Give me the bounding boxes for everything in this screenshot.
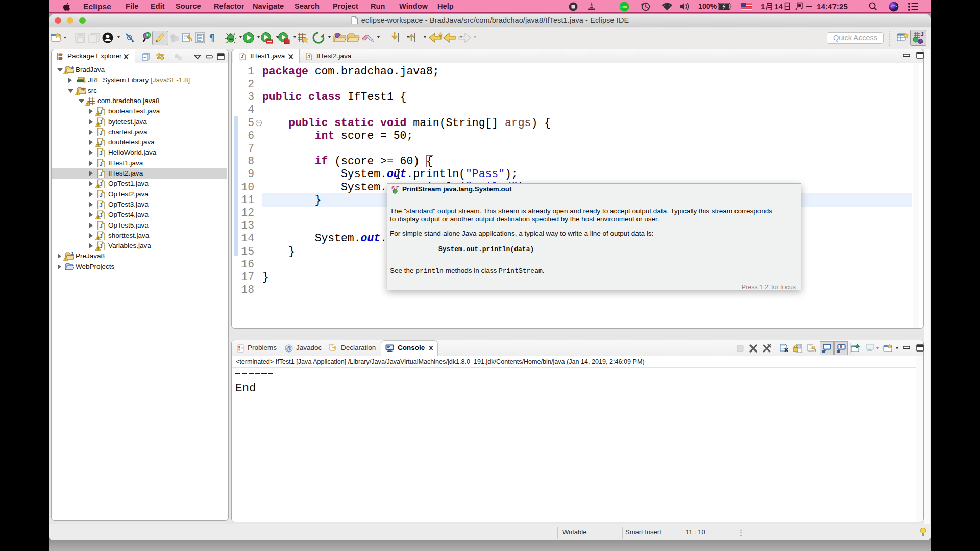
svg-text:¶: ¶ <box>209 32 214 43</box>
svg-text:C: C <box>146 33 150 37</box>
svg-text:@: @ <box>286 345 292 352</box>
svg-text:LINE: LINE <box>621 5 628 9</box>
svg-text:J: J <box>920 31 924 38</box>
